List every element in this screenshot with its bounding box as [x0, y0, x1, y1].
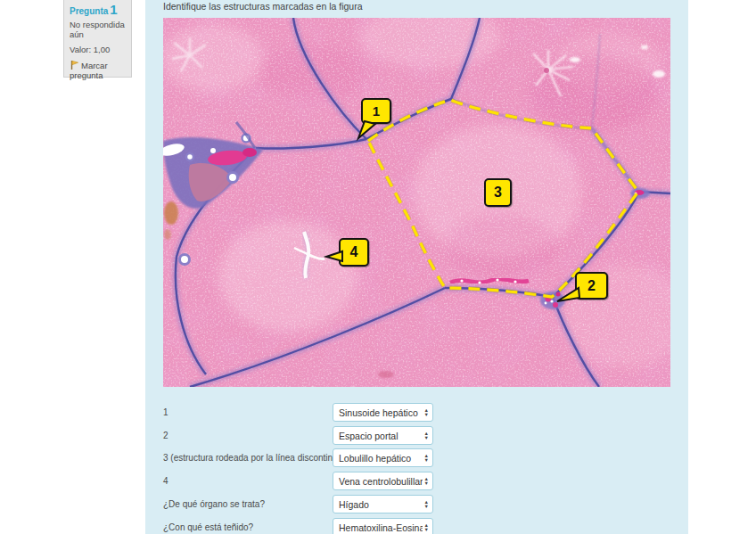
- select-arrows-icon: ▲▼: [424, 454, 429, 462]
- answer-label-stain: ¿Con qué está teñido?: [163, 522, 253, 532]
- marker-3-number: 3: [494, 185, 502, 201]
- question-number: 1: [110, 2, 117, 17]
- answer-select-stain[interactable]: Hematoxilina-Eosina ▲▼: [333, 518, 433, 534]
- question-word: Pregunta: [70, 6, 108, 16]
- answer-value-1: Sinusoide hepático: [339, 407, 423, 418]
- answer-select-1[interactable]: Sinusoide hepático ▲▼: [333, 403, 433, 422]
- marker-2-number: 2: [588, 278, 596, 294]
- answer-label-1: 1: [163, 407, 168, 417]
- figure-marker-4: 4: [339, 238, 369, 267]
- marker-1-pointer: [357, 120, 377, 140]
- marker-4-number: 4: [350, 244, 358, 260]
- answer-label-4: 4: [163, 476, 168, 486]
- histology-micrograph: [163, 18, 670, 387]
- question-number-heading: Pregunta1: [70, 4, 126, 17]
- answer-value-organ: Hígado: [339, 499, 423, 510]
- answer-label-organ: ¿De qué órgano se trata?: [163, 499, 265, 509]
- figure-marker-1: 1: [361, 98, 391, 124]
- marker-2-pointer: [557, 286, 580, 304]
- marker-4-pointer: [326, 250, 344, 264]
- select-arrows-icon: ▲▼: [424, 523, 429, 531]
- question-info-box: Pregunta1 No respondida aún Valor: 1,00 …: [63, 0, 132, 78]
- question-prompt: Identifique las estructuras marcadas en …: [163, 1, 363, 12]
- question-grade: Valor: 1,00: [70, 45, 126, 54]
- answer-select-3[interactable]: Lobulillo hepático ▲▼: [333, 448, 433, 467]
- question-status: No respondida aún: [70, 20, 126, 39]
- figure-marker-3: 3: [484, 178, 512, 207]
- marker-1-number: 1: [373, 103, 380, 119]
- answer-value-stain: Hematoxilina-Eosina: [339, 522, 423, 533]
- answer-value-4: Vena centrolobulillar: [339, 476, 423, 487]
- answer-label-3: 3 (estructura rodeada por la línea disco…: [163, 453, 346, 463]
- answer-label-2: 2: [163, 431, 168, 440]
- histology-figure: 1 2 3 4: [163, 18, 670, 387]
- question-content: Identifique las estructuras marcadas en …: [145, 0, 688, 534]
- select-arrows-icon: ▲▼: [424, 477, 429, 485]
- figure-marker-2: 2: [575, 272, 608, 300]
- answer-value-3: Lobulillo hepático: [339, 453, 423, 464]
- flag-icon: [70, 60, 79, 70]
- answer-select-organ[interactable]: Hígado ▲▼: [333, 495, 433, 513]
- answer-select-4[interactable]: Vena centrolobulillar ▲▼: [333, 472, 433, 490]
- select-arrows-icon: ▲▼: [424, 500, 429, 508]
- flag-question-link[interactable]: Marcar pregunta: [70, 60, 126, 80]
- select-arrows-icon: ▲▼: [424, 408, 429, 416]
- answer-select-2[interactable]: Espacio portal ▲▼: [333, 426, 433, 445]
- answer-value-2: Espacio portal: [339, 431, 423, 441]
- select-arrows-icon: ▲▼: [424, 431, 429, 440]
